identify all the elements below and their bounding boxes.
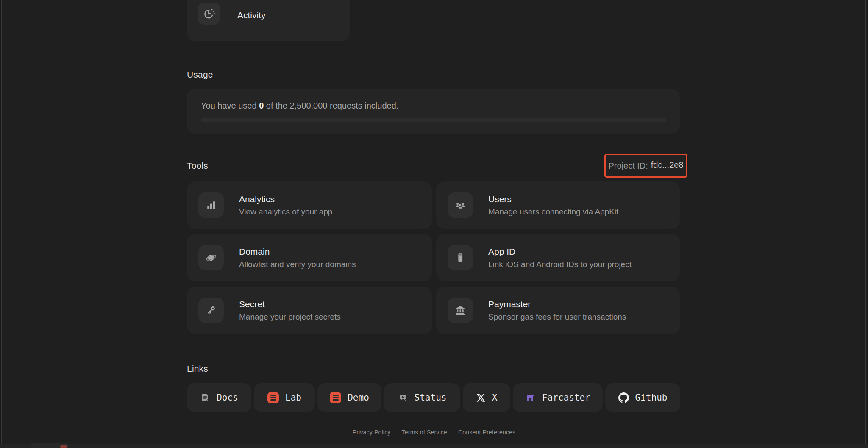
tool-card-paymaster[interactable]: Paymaster Sponsor gas fees for user tran…	[436, 287, 680, 334]
link-button-label: Farcaster	[542, 392, 590, 403]
planet-icon	[198, 245, 224, 270]
link-button-demo[interactable]: Demo	[317, 383, 381, 412]
project-id-label: Project ID:	[608, 161, 648, 171]
activity-card-label: Activity	[237, 10, 266, 20]
tool-card-title: Users	[488, 193, 618, 205]
github-logo-icon	[618, 392, 629, 403]
presentation-icon	[398, 392, 408, 403]
link-button-label: Lab	[285, 392, 301, 403]
tool-card-title: Domain	[239, 246, 356, 257]
tools-heading: Tools	[187, 161, 208, 171]
tool-card-secret[interactable]: Secret Manage your project secrets	[187, 287, 432, 334]
activity-card[interactable]: Activity	[187, 0, 350, 41]
tool-card-subtitle: Sponsor gas fees for user transactions	[488, 312, 626, 322]
usage-used-count: 0	[259, 101, 264, 110]
left-edge-line	[1, 0, 2, 448]
project-id-highlight[interactable]: Project ID: fdc...2e8	[604, 154, 687, 178]
project-id-value[interactable]: fdc...2e8	[651, 160, 684, 171]
link-button-docs[interactable]: Docs	[187, 383, 251, 412]
tool-card-title: Analytics	[239, 193, 332, 205]
tool-card-title: App ID	[488, 246, 632, 257]
farcaster-logo-icon	[525, 392, 536, 403]
link-button-farcaster[interactable]: Farcaster	[513, 383, 603, 412]
links-row: Docs Lab Demo Status	[187, 383, 680, 412]
link-button-label: Status	[415, 392, 447, 403]
link-button-label: Github	[635, 392, 668, 403]
tool-card-subtitle: View analytics of your app	[239, 206, 332, 217]
reown-logo-icon	[267, 392, 279, 403]
timer-icon	[198, 3, 220, 25]
tool-card-subtitle: Manage your project secrets	[239, 312, 341, 322]
usage-message-prefix: You have used	[201, 101, 259, 110]
link-button-lab[interactable]: Lab	[254, 383, 315, 412]
footer-link-privacy-policy[interactable]: Privacy Policy	[353, 429, 391, 438]
x-logo-icon	[476, 393, 486, 403]
tool-card-subtitle: Allowlist and verify your domains	[239, 259, 356, 270]
link-button-github[interactable]: Github	[605, 383, 680, 412]
tool-card-subtitle: Link iOS and Android IDs to your project	[488, 259, 632, 270]
doc-icon	[200, 392, 210, 403]
dashboard-page: Activity Usage You have used 0 of the 2,…	[0, 0, 868, 448]
usage-heading: Usage	[187, 70, 213, 80]
bottom-edge-strip	[0, 444, 868, 448]
tool-card-analytics[interactable]: Analytics View analytics of your app	[187, 181, 432, 229]
footer-link-terms-of-service[interactable]: Terms of Service	[402, 429, 447, 438]
bottom-red-dot	[60, 445, 67, 448]
link-button-label: Demo	[348, 392, 369, 403]
tool-card-domain[interactable]: Domain Allowlist and verify your domains	[187, 234, 432, 281]
tool-card-app-id[interactable]: App ID Link iOS and Android IDs to your …	[436, 234, 680, 281]
usage-progress-bar	[201, 118, 666, 122]
key-icon	[198, 298, 224, 323]
phone-icon	[448, 245, 473, 270]
tool-card-title: Paymaster	[488, 298, 626, 310]
tools-grid: Analytics View analytics of your app Use…	[187, 181, 680, 334]
link-button-status[interactable]: Status	[384, 383, 460, 412]
right-edge-line	[865, 0, 866, 448]
bank-icon	[448, 298, 473, 323]
links-heading: Links	[187, 364, 208, 374]
tool-card-users[interactable]: Users Manage users connecting via AppKit	[436, 181, 680, 229]
usage-card: You have used 0 of the 2,500,000 request…	[187, 89, 680, 134]
link-button-x[interactable]: X	[463, 383, 510, 412]
usage-message: You have used 0 of the 2,500,000 request…	[201, 101, 398, 111]
footer: Privacy Policy Terms of Service Consent …	[0, 429, 868, 438]
users-icon	[448, 192, 473, 218]
bar-chart-icon	[198, 192, 224, 218]
footer-link-consent-preferences[interactable]: Consent Preferences	[458, 429, 515, 438]
tool-card-subtitle: Manage users connecting via AppKit	[488, 206, 618, 217]
link-button-label: Docs	[217, 392, 238, 403]
reown-logo-icon	[330, 392, 341, 403]
usage-message-suffix: of the 2,500,000 requests included.	[264, 101, 398, 110]
link-button-label: X	[492, 392, 498, 403]
tool-card-title: Secret	[239, 298, 341, 310]
